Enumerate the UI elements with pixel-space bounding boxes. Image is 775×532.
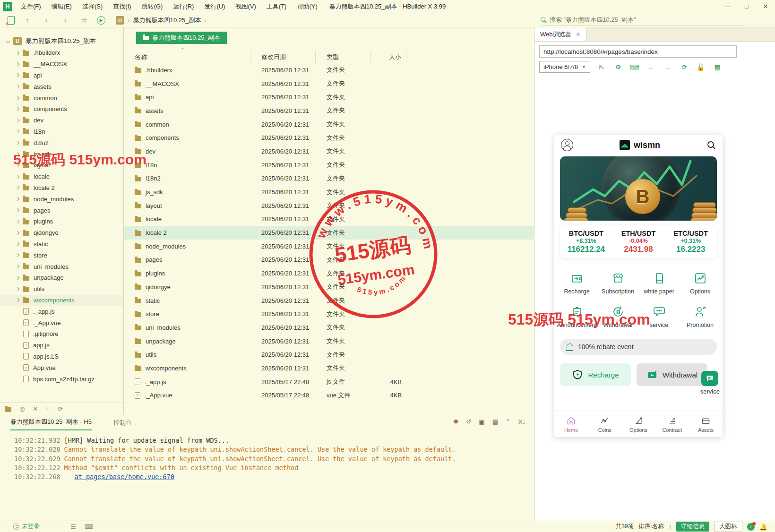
table-row[interactable]: qidongye 2025/06/20 12:31 文件夹 bbox=[124, 280, 534, 294]
tree-file-item[interactable]: J ._app.js bbox=[0, 306, 123, 317]
search-icon[interactable] bbox=[706, 140, 716, 150]
column-date[interactable]: 修改日期 bbox=[250, 51, 316, 63]
tree-folder-item[interactable]: pages bbox=[0, 205, 123, 216]
menu-item[interactable]: 编辑(E) bbox=[47, 1, 77, 12]
menu-item[interactable]: 帮助(Y) bbox=[292, 1, 322, 12]
login-status[interactable]: 未登录 bbox=[13, 523, 40, 531]
rebate-banner[interactable]: 100% rebate event bbox=[560, 339, 717, 355]
tree-folder-item[interactable]: .hbuilderx bbox=[0, 47, 123, 59]
hero-banner-image[interactable]: B bbox=[560, 156, 717, 221]
table-row[interactable]: api 2025/06/20 12:31 文件夹 bbox=[124, 90, 534, 104]
gear-icon[interactable]: ⚙ bbox=[613, 62, 623, 72]
console-tab-main[interactable]: 控制台 bbox=[113, 419, 132, 430]
table-row[interactable]: utils 2025/06/20 12:31 文件夹 bbox=[124, 348, 534, 361]
close-tab-icon[interactable]: ✕ bbox=[576, 31, 581, 38]
tree-folder-item[interactable]: dev bbox=[0, 115, 123, 126]
nav-forward-icon[interactable]: → bbox=[663, 62, 673, 72]
table-row[interactable]: uni_modules 2025/06/20 12:31 文件夹 bbox=[124, 321, 534, 335]
tree-folder-item[interactable]: store bbox=[0, 249, 123, 261]
up-arrow-icon[interactable]: ↑ bbox=[21, 15, 34, 26]
close-button[interactable]: ✕ bbox=[756, 0, 775, 13]
menu-item[interactable]: 视图(V) bbox=[231, 1, 260, 12]
breadcrumb-project[interactable]: 暴力熊版本四10.25_副本 bbox=[133, 16, 201, 25]
table-row[interactable]: pages 2025/06/20 12:31 文件夹 bbox=[124, 253, 534, 267]
new-file-icon[interactable] bbox=[8, 16, 15, 25]
table-row[interactable]: wxcomponents 2025/06/20 12:31 文件夹 bbox=[124, 361, 534, 375]
tree-folder-item[interactable]: api bbox=[0, 70, 123, 81]
tree-folder-item[interactable]: i18n2 bbox=[0, 137, 123, 148]
large-icon-view-button[interactable]: 大图标 bbox=[714, 522, 742, 532]
table-row[interactable]: dev 2025/06/20 12:31 文件夹 bbox=[124, 145, 534, 158]
table-row[interactable]: layout 2025/06/20 12:31 文件夹 bbox=[124, 199, 534, 213]
menu-item[interactable]: 运行(R) bbox=[168, 1, 198, 12]
table-row[interactable]: i18n2 2025/06/20 12:31 文件夹 bbox=[124, 172, 534, 186]
column-type[interactable]: 类型 bbox=[316, 51, 371, 63]
tree-folder-item[interactable]: uni_modules bbox=[0, 261, 123, 272]
tree-folder-item[interactable]: assets bbox=[0, 81, 123, 92]
menu-item[interactable]: 查找(I) bbox=[108, 1, 136, 12]
tree-folder-item[interactable]: common bbox=[0, 92, 123, 103]
browser-tab[interactable]: Web浏览器 ✕ bbox=[534, 27, 587, 41]
nav-back-icon[interactable]: ← bbox=[646, 62, 656, 72]
table-row[interactable]: .hbuilderx 2025/06/20 12:31 文件夹 bbox=[124, 63, 534, 77]
table-row[interactable]: J ._app.js 2025/05/17 22:48 js 文件 4KB bbox=[124, 375, 534, 389]
tree-file-item[interactable]: J app.js bbox=[0, 340, 123, 351]
sort-arrow-icon[interactable]: ↑ bbox=[669, 523, 672, 530]
grid-item-service[interactable]: service bbox=[638, 300, 680, 333]
menu-item[interactable]: 工具(T) bbox=[262, 1, 292, 12]
devtools-icon[interactable]: ⌨ bbox=[629, 62, 640, 72]
table-row[interactable]: i18n 2025/06/20 12:31 文件夹 bbox=[124, 158, 534, 172]
recharge-button[interactable]: Recharge bbox=[560, 363, 631, 386]
tree-folder-item[interactable]: i18n bbox=[0, 126, 123, 137]
table-row[interactable]: assets 2025/06/20 12:31 文件夹 bbox=[124, 104, 534, 118]
forward-icon[interactable]: › bbox=[59, 15, 71, 26]
withdrawal-button[interactable]: Withdrawal bbox=[637, 363, 707, 386]
profile-avatar-icon[interactable] bbox=[561, 139, 573, 151]
tab-contract[interactable]: Contract bbox=[655, 411, 689, 437]
ticker-etc[interactable]: ETC/USDT +0.31% 16.2223 bbox=[664, 225, 717, 258]
tree-folder-item[interactable]: qidongye bbox=[0, 227, 123, 239]
list-icon[interactable]: ☰ bbox=[71, 523, 76, 530]
tree-folder-item[interactable]: locale bbox=[0, 171, 123, 182]
table-row[interactable]: V ._App.vue 2025/05/17 22:48 vue 文件 4KB bbox=[124, 389, 534, 403]
ticker-eth[interactable]: ETH/USDT -0.04% 2431.98 bbox=[612, 225, 665, 258]
open-external-icon[interactable]: ⇱ bbox=[596, 62, 607, 72]
menu-item[interactable]: 发行(U) bbox=[199, 1, 230, 12]
clear-icon[interactable]: X↓ bbox=[518, 418, 525, 425]
table-row[interactable]: locale 2 2025/06/20 12:31 文件夹 bbox=[124, 226, 534, 240]
git-branch-icon[interactable]: ⑂ bbox=[46, 405, 50, 412]
column-name[interactable]: 名称 ⌃ bbox=[124, 51, 250, 63]
tree-file-item[interactable]: V App.vue bbox=[0, 362, 123, 373]
terminal-icon[interactable]: ⌨ bbox=[85, 523, 93, 530]
explorer-icon[interactable] bbox=[5, 407, 11, 412]
tree-folder-item[interactable]: utils bbox=[0, 283, 123, 295]
grid-item-whitepaper[interactable]: white paper bbox=[638, 266, 680, 300]
tab-options[interactable]: Options bbox=[621, 411, 655, 437]
table-row[interactable]: components 2025/06/20 12:31 文件夹 bbox=[124, 131, 534, 145]
grid-item-promotion[interactable]: Promotion bbox=[680, 300, 721, 333]
table-row[interactable]: plugins 2025/06/20 12:31 文件夹 bbox=[124, 266, 534, 280]
update-icon[interactable]: ↓ bbox=[747, 523, 755, 531]
table-row[interactable]: static 2025/06/20 12:31 文件夹 bbox=[124, 294, 534, 308]
star-icon[interactable]: ☆ bbox=[78, 15, 90, 26]
lock-icon[interactable]: 🔓 bbox=[696, 62, 706, 72]
table-row[interactable]: js_sdk 2025/06/20 12:31 文件夹 bbox=[124, 185, 534, 199]
tab-assets[interactable]: Assets bbox=[689, 411, 723, 437]
ticker-btc[interactable]: BTC/USDT +8.31% 116212.24 bbox=[560, 225, 612, 258]
explorer-tab[interactable]: 暴力熊版本四10.25_副本 bbox=[136, 32, 227, 44]
maximize-button[interactable]: □ bbox=[737, 0, 756, 13]
global-search[interactable]: 搜索 "暴力熊版本四10.25_副本" bbox=[541, 15, 744, 26]
tree-folder-item[interactable]: plugins bbox=[0, 216, 123, 227]
tree-folder-item[interactable]: components bbox=[0, 103, 123, 115]
menu-item[interactable]: 文件(F) bbox=[16, 1, 46, 12]
device-select[interactable]: iPhone 6/7/8▼ bbox=[539, 61, 590, 73]
tree-folder-item[interactable]: js_sdk bbox=[0, 148, 123, 160]
restart-icon[interactable]: ↺ bbox=[466, 418, 471, 425]
table-row[interactable]: __MACOSX 2025/06/20 12:31 文件夹 bbox=[124, 77, 534, 91]
notification-bell-icon[interactable]: 🔔 bbox=[759, 523, 767, 531]
export-icon[interactable]: ▤ bbox=[492, 418, 498, 425]
debug-bug-icon[interactable]: ❋ bbox=[454, 418, 459, 425]
tree-folder-item[interactable]: unpackage bbox=[0, 272, 123, 283]
grid-item-announcement[interactable]: Announcement bbox=[556, 300, 597, 333]
menu-item[interactable]: 跳转(G) bbox=[137, 1, 168, 12]
